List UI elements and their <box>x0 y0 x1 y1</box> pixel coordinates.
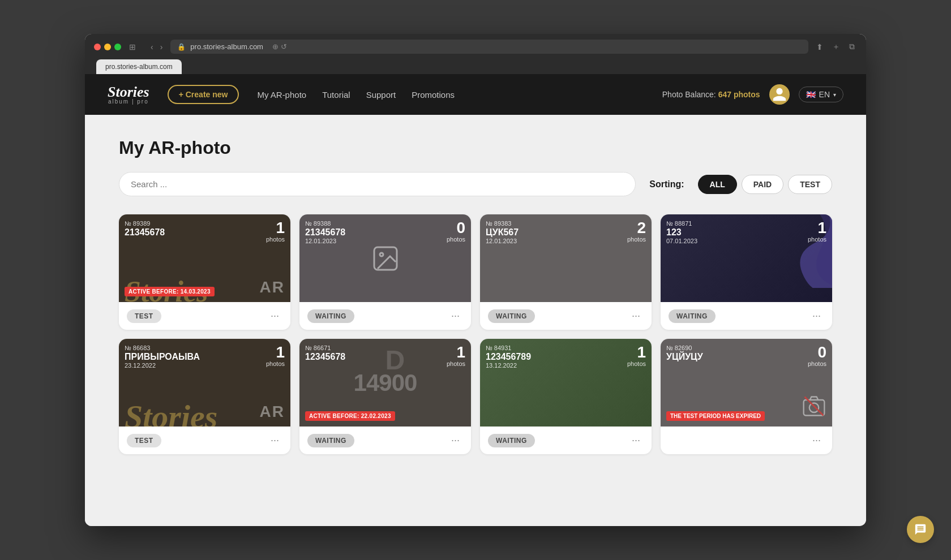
card-footer: WAITING ··· <box>480 427 652 454</box>
sort-paid-button[interactable]: PAID <box>742 175 783 194</box>
card-footer: WAITING ··· <box>299 427 471 454</box>
user-avatar[interactable] <box>769 84 790 105</box>
more-options-button[interactable]: ··· <box>809 433 824 447</box>
new-tab-button[interactable]: ＋ <box>830 41 842 53</box>
share-button[interactable]: ⬆ <box>814 41 825 53</box>
logo-sub: album | pro <box>108 98 149 105</box>
browser-chrome: ⊞ ‹ › 🔒 pro.stories-album.com ⊕ ↺ ⬆ ＋ ⧉ … <box>85 34 866 74</box>
logo-text: Stories <box>108 85 149 100</box>
sort-all-button[interactable]: ALL <box>698 175 737 194</box>
card-number: № 84931 <box>486 344 531 351</box>
expired-badge: THE TEST PERIOD HAS EXPIRED <box>666 411 765 421</box>
card-date: 13.12.2022 <box>486 362 531 369</box>
nav-support[interactable]: Support <box>366 90 396 100</box>
tab-bar: pro.stories-album.com <box>94 59 857 74</box>
search-sort-row: Sorting: ALL PAID TEST <box>119 172 832 196</box>
status-badge: WAITING <box>488 309 535 323</box>
list-item[interactable]: № 89388 21345678 12.01.2023 0 photos <box>299 214 471 330</box>
forward-button[interactable]: › <box>158 41 165 53</box>
maximize-button[interactable] <box>114 44 121 50</box>
card-number: № 86671 <box>305 344 345 351</box>
page-title: My AR-photo <box>119 137 832 158</box>
nav-promotions[interactable]: Promotions <box>412 90 455 100</box>
photo-balance-label: Photo Balance: <box>662 90 716 99</box>
search-input-wrap <box>119 172 636 196</box>
card-photos-count: 1 <box>627 344 646 360</box>
card-photos-label: photos <box>627 360 646 367</box>
card-photos-count: 2 <box>627 220 646 236</box>
list-item[interactable]: Stories AR № 89389 21345678 1 photos <box>119 214 290 330</box>
card-date: 12.01.2023 <box>486 238 519 244</box>
list-item[interactable]: 14900 D № 86671 12345678 1 photos <box>299 339 471 454</box>
card-photos-count: 1 <box>808 220 826 236</box>
status-badge: TEST <box>127 309 161 323</box>
active-tab[interactable]: pro.stories-album.com <box>96 59 182 74</box>
card-bg-decoration: Stories AR <box>119 339 290 427</box>
card-id: 21345678 <box>305 227 345 238</box>
card-number: № 89389 <box>125 220 165 227</box>
sort-buttons: ALL PAID TEST <box>698 175 832 194</box>
camera-expired-icon <box>802 394 826 421</box>
browser-actions: ⬆ ＋ ⧉ <box>814 41 857 53</box>
list-item[interactable]: № 82690 УЦЙУЦУ 0 photos THE TEST PERIOD … <box>661 339 832 454</box>
split-view-button[interactable]: ⧉ <box>847 41 857 53</box>
nav-ar-photo[interactable]: My AR-photo <box>257 90 306 100</box>
card-bg-decoration: Stories AR <box>119 214 290 302</box>
chat-button[interactable] <box>907 516 934 543</box>
tab-label: pro.stories-album.com <box>105 63 173 71</box>
more-options-button[interactable]: ··· <box>448 309 463 323</box>
card-id: 21345678 <box>125 227 165 238</box>
close-button[interactable] <box>94 44 101 50</box>
card-date: 12.01.2023 <box>305 238 345 244</box>
svg-point-3 <box>809 403 819 413</box>
more-options-button[interactable]: ··· <box>448 433 463 447</box>
cards-grid: Stories AR № 89389 21345678 1 photos <box>119 214 832 454</box>
photo-balance: Photo Balance: 647 photos <box>662 90 760 99</box>
card-id: 12345678 <box>305 351 345 362</box>
card-number: № 86683 <box>125 344 200 351</box>
card-photos-label: photos <box>447 236 465 243</box>
photo-balance-count: 647 photos <box>718 90 760 99</box>
url-text: pro.stories-album.com <box>190 42 263 51</box>
sidebar-toggle[interactable]: ⊞ <box>127 41 138 53</box>
list-item[interactable]: № 88871 123 07.01.2023 1 photos WAITING <box>661 214 832 330</box>
status-badge: WAITING <box>307 309 354 323</box>
list-item[interactable]: Stories AR № 86683 ПРИВЫРОАЫВА 23.12.202… <box>119 339 290 454</box>
card-photos-count: 1 <box>266 220 285 236</box>
card-id: ПРИВЫРОАЫВА <box>125 351 200 362</box>
list-item[interactable]: № 84931 123456789 13.12.2022 1 photos WA… <box>480 339 652 454</box>
card-number: № 89383 <box>486 220 519 227</box>
language-selector[interactable]: 🇬🇧 EN ▾ <box>799 87 843 102</box>
logo[interactable]: Stories album | pro <box>108 85 149 105</box>
card-photos-label: photos <box>808 360 826 367</box>
main-content: My AR-photo Sorting: ALL PAID TEST <box>85 115 866 477</box>
sort-test-button[interactable]: TEST <box>788 175 832 194</box>
active-badge: ACTIVE BEFORE: 22.02.2023 <box>305 411 395 421</box>
more-options-button[interactable]: ··· <box>267 309 282 323</box>
translate-icon: ⊕ ↺ <box>272 42 287 51</box>
image-placeholder-icon <box>372 245 399 272</box>
more-options-button[interactable]: ··· <box>267 433 282 447</box>
flag-icon: 🇬🇧 <box>806 90 816 99</box>
nav-tutorial[interactable]: Tutorial <box>322 90 350 100</box>
card-photos-label: photos <box>627 236 646 243</box>
address-bar[interactable]: 🔒 pro.stories-album.com ⊕ ↺ <box>170 40 808 54</box>
card-footer: TEST ··· <box>119 302 290 330</box>
create-new-button[interactable]: + Create new <box>168 85 239 104</box>
lang-label: EN <box>819 90 830 99</box>
more-options-button[interactable]: ··· <box>628 309 644 323</box>
card-footer: WAITING ··· <box>480 302 652 330</box>
traffic-lights <box>94 44 121 50</box>
search-input[interactable] <box>119 172 636 196</box>
app-wrapper: Stories album | pro + Create new My AR-p… <box>85 74 866 526</box>
card-id: 123456789 <box>486 351 531 362</box>
card-photos-count: 0 <box>808 344 826 360</box>
minimize-button[interactable] <box>104 44 111 50</box>
more-options-button[interactable]: ··· <box>628 433 644 447</box>
card-photos-label: photos <box>266 236 285 243</box>
list-item[interactable]: № 89383 ЦУК567 12.01.2023 2 photos WAITI… <box>480 214 652 330</box>
back-button[interactable]: ‹ <box>148 41 156 53</box>
more-options-button[interactable]: ··· <box>809 309 824 323</box>
user-icon <box>772 87 787 102</box>
status-badge: TEST <box>127 434 161 447</box>
